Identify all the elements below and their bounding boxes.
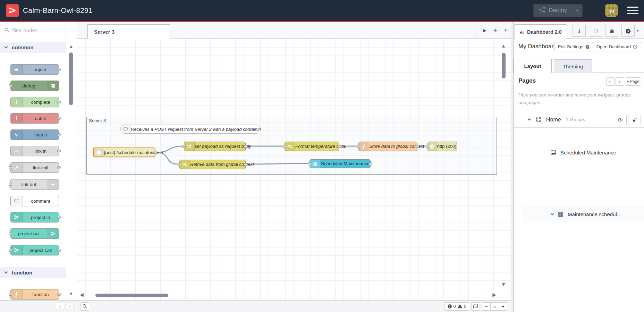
- flow-node-set-payload[interactable]: set payload as request body: [184, 142, 246, 151]
- palette-node-link-in[interactable]: link in: [10, 146, 59, 156]
- deploy-button[interactable]: Deploy ▾: [533, 4, 583, 17]
- output-port: [57, 68, 61, 71]
- horizontal-scrollbar-thumb[interactable]: [95, 294, 168, 297]
- scroll-right-icon[interactable]: ▶: [492, 292, 496, 297]
- config-nodes-button[interactable]: [621, 25, 635, 37]
- flow-tab-server-3[interactable]: Server 3: [87, 24, 170, 39]
- flow-status-indicator[interactable]: 0 0: [444, 302, 469, 311]
- palette-node-project-out[interactable]: project out: [10, 228, 59, 239]
- group-label: Server 3: [89, 118, 106, 123]
- output-port: [244, 163, 247, 166]
- navigator-button[interactable]: [471, 302, 480, 311]
- scroll-down-icon[interactable]: ▼: [69, 292, 74, 296]
- expand-all-button[interactable]: »: [616, 77, 624, 86]
- deploy-options-button[interactable]: ▾: [572, 5, 582, 17]
- tab-scroll-right-icon[interactable]: ▶: [480, 28, 490, 33]
- flow-node-http-in[interactable]: [post] /schedule-maintenance: [93, 147, 155, 157]
- double-chevron-down-icon: »: [67, 305, 72, 307]
- add-page-button[interactable]: + Page: [625, 77, 641, 86]
- tree-row-widget-scheduled-maintenance[interactable]: Scheduled Maintenance: [514, 145, 644, 160]
- node-red-app: Calm-Barn-Owl-8291 Deploy ▾ su: [0, 0, 644, 312]
- zoom-in-button[interactable]: +: [499, 302, 507, 311]
- sidebar-splitter[interactable]: [511, 22, 514, 312]
- palette-search[interactable]: [0, 22, 66, 39]
- tree-row-page-home[interactable]: Home 1 Groups: [514, 112, 644, 128]
- lock-toggle-button[interactable]: [628, 115, 641, 125]
- scroll-left-icon[interactable]: ◀: [80, 292, 84, 297]
- collapse-all-button[interactable]: «: [606, 77, 615, 86]
- zoom-out-button[interactable]: −: [482, 302, 491, 311]
- zoom-reset-button[interactable]: ○: [490, 302, 499, 311]
- palette-node-status[interactable]: status: [10, 129, 59, 140]
- scroll-up-icon[interactable]: ▲: [69, 44, 74, 49]
- project-icon: [11, 212, 23, 222]
- debug-sidebar-button[interactable]: [605, 25, 618, 37]
- output-port: [57, 133, 61, 136]
- palette-node-project-call[interactable]: project call: [10, 245, 59, 255]
- flow-node-ui-table[interactable]: Scheduled Maintenance: [310, 159, 371, 168]
- gear-icon: [626, 28, 631, 34]
- palette-category-common[interactable]: common: [0, 42, 66, 53]
- output-port: [57, 117, 61, 120]
- canvas-search-button[interactable]: [80, 302, 89, 311]
- palette-node-complete[interactable]: complete: [10, 97, 59, 107]
- tab-theming[interactable]: Theming: [554, 59, 592, 73]
- add-flow-button[interactable]: +: [490, 26, 500, 34]
- flow-node-store-global[interactable]: ƒ Store data to global context: [358, 142, 417, 151]
- user-avatar[interactable]: su: [605, 4, 618, 17]
- tab-layout[interactable]: Layout: [514, 59, 552, 73]
- widget-name: Scheduled Maintenance: [560, 150, 616, 155]
- pulse-icon: [11, 130, 23, 140]
- palette-node-inject[interactable]: inject: [10, 64, 59, 75]
- palette-node-catch[interactable]: catch: [10, 113, 59, 124]
- flow-node-format-temperature[interactable]: Format temperature data.: [285, 142, 339, 151]
- search-icon: [5, 27, 9, 34]
- palette-node-function[interactable]: ƒ function: [10, 289, 59, 300]
- flow-canvas[interactable]: Server 3 Receives a POS: [77, 39, 511, 300]
- globe-icon: [94, 148, 104, 157]
- palette-scrollbar-thumb[interactable]: [69, 52, 73, 105]
- palette-node-debug[interactable]: debug: [10, 81, 59, 91]
- output-port: [57, 166, 61, 169]
- change-shuffle-icon: [184, 142, 195, 151]
- edit-settings-button[interactable]: Edit Settings: [554, 42, 593, 51]
- sidebar-tab-dashboard[interactable]: Dashboard 2.0: [515, 24, 566, 39]
- open-dashboard-button[interactable]: Open Dashboard: [593, 42, 641, 51]
- palette-filter-input[interactable]: [12, 27, 59, 33]
- info-button[interactable]: i: [573, 25, 586, 37]
- palette-node-link-call[interactable]: link call: [10, 162, 59, 173]
- sidebar-options-icon[interactable]: ▾: [637, 28, 639, 33]
- palette-expand-categories-button[interactable]: »: [66, 303, 74, 310]
- flow-list-button[interactable]: ▾: [500, 28, 511, 33]
- open-dashboard-label: Open Dashboard: [596, 44, 631, 49]
- project-icon: [47, 229, 59, 238]
- eye-icon: [618, 117, 623, 123]
- comment-bubble-icon: [120, 125, 131, 133]
- flow-node-http-response[interactable]: http (200): [427, 142, 457, 151]
- node-label: Scheduled Maintenance: [320, 160, 370, 168]
- input-port: [182, 145, 186, 148]
- palette-category-function[interactable]: function: [0, 267, 66, 278]
- flow-node-retrieve-global[interactable]: Retrive data from global context: [179, 160, 246, 169]
- palette-node-link-out[interactable]: link out: [10, 179, 59, 189]
- input-port: [283, 145, 286, 148]
- palette-node-label: catch: [23, 113, 59, 123]
- scroll-down-icon[interactable]: ▼: [501, 281, 506, 287]
- flow-node-comment[interactable]: Receives a POST request from Server 2 wi…: [120, 125, 261, 134]
- vertical-scrollbar-thumb[interactable]: [502, 53, 506, 78]
- palette-collapse-categories-button[interactable]: «: [56, 303, 64, 310]
- output-port: [57, 249, 61, 252]
- palette-node-comment[interactable]: comment: [10, 196, 59, 206]
- pages-help-text: Here you can re-order and move your widg…: [518, 91, 638, 107]
- tree-row-group-maintenance[interactable]: Maintenance schedul... 1 Widgets: [523, 206, 644, 223]
- dashboard-header: My Dashboard Edit Settings Open Dashboar…: [514, 39, 644, 55]
- scroll-up-icon[interactable]: ▲: [501, 43, 506, 49]
- main-menu-button[interactable]: [627, 7, 638, 14]
- search-icon: [82, 304, 87, 309]
- help-docs-button[interactable]: [589, 25, 602, 37]
- canvas-footer: 0 0 − ○ +: [77, 300, 511, 312]
- visibility-toggle-button[interactable]: [614, 115, 627, 125]
- dashboard-subtabs: Layout Theming: [514, 59, 644, 73]
- output-port: [57, 150, 61, 152]
- palette-node-project-in[interactable]: project in: [10, 212, 59, 222]
